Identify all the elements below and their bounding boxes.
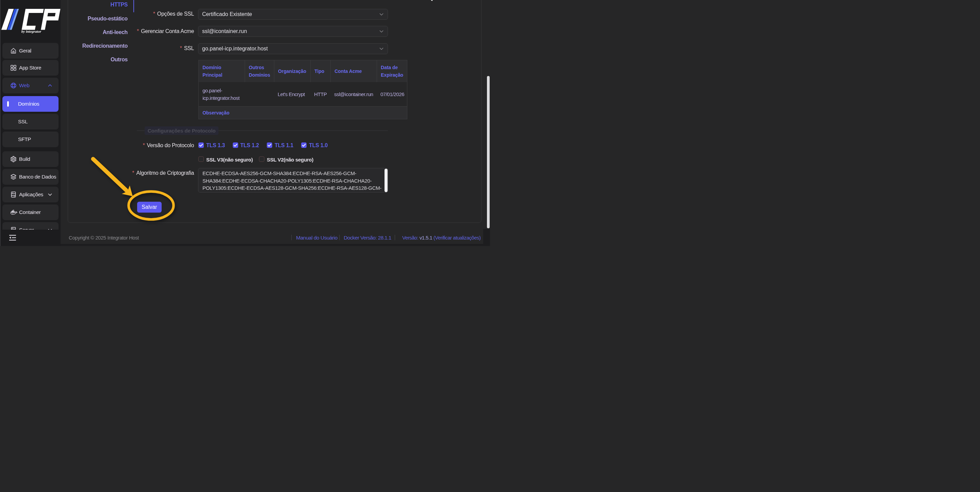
svg-text:by integrator: by integrator <box>21 29 41 34</box>
